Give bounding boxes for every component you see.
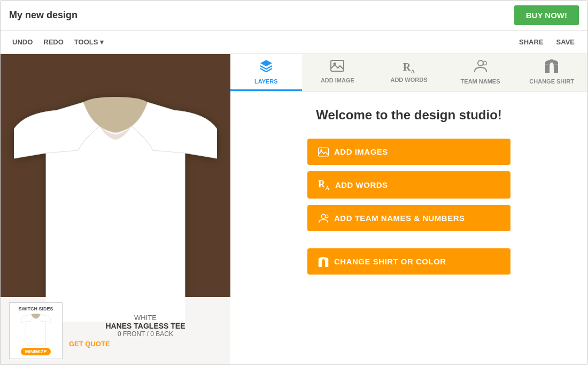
shirt-color: WHITE bbox=[69, 314, 222, 322]
canvas-panel: SWITCH SIDES MINIMIZE WHITE HANES TAGLES… bbox=[1, 54, 230, 364]
svg-point-3 bbox=[478, 60, 483, 66]
add-images-icon bbox=[318, 146, 329, 157]
add-image-icon bbox=[330, 60, 344, 75]
share-button[interactable]: SHARE bbox=[515, 36, 548, 48]
change-shirt-icon bbox=[545, 59, 559, 76]
tshirt-thumbnail bbox=[20, 314, 52, 346]
tab-add-words[interactable]: RA ADD WORDS bbox=[373, 54, 445, 91]
add-team-icon bbox=[318, 212, 329, 224]
switch-sides-box: SWITCH SIDES MINIMIZE bbox=[9, 302, 63, 359]
team-names-icon bbox=[474, 59, 488, 76]
tab-add-words-label: ADD WORDS bbox=[390, 77, 427, 83]
add-words-btn-icon: RA bbox=[318, 179, 330, 191]
tab-team-names-label: TEAM NAMES bbox=[461, 78, 500, 85]
tab-layers-label: LAYERS bbox=[254, 78, 278, 85]
tab-change-shirt-label: CHANGE SHIRT bbox=[529, 78, 574, 85]
add-images-label: ADD IMAGES bbox=[334, 147, 388, 156]
design-title: My new design bbox=[9, 10, 78, 21]
buy-now-button[interactable]: BUY NOW! bbox=[514, 5, 579, 25]
right-panel: LAYERS ADD IMAGE RA ADD WORDS bbox=[230, 54, 587, 364]
tab-content: Welcome to the design studio! ADD IMAGES bbox=[230, 92, 587, 364]
change-shirt-btn-icon bbox=[318, 256, 329, 267]
add-words-label: ADD WORDS bbox=[335, 180, 388, 189]
svg-marker-0 bbox=[260, 60, 272, 66]
action-buttons: ADD IMAGES RA ADD WORDS bbox=[307, 139, 510, 275]
main-content: SWITCH SIDES MINIMIZE WHITE HANES TAGLES… bbox=[1, 54, 587, 364]
tabs-bar: LAYERS ADD IMAGE RA ADD WORDS bbox=[230, 54, 587, 92]
tab-team-names[interactable]: TEAM NAMES bbox=[445, 54, 516, 91]
change-shirt-label: CHANGE SHIRT OR COLOR bbox=[334, 257, 446, 266]
svg-point-7 bbox=[321, 214, 326, 218]
tab-add-image[interactable]: ADD IMAGE bbox=[302, 54, 374, 91]
redo-button[interactable]: REDO bbox=[40, 36, 67, 48]
add-team-button[interactable]: ADD TEAM NAMES & NUMBERS bbox=[307, 205, 510, 231]
welcome-title: Welcome to the design studio! bbox=[316, 108, 502, 123]
shirt-name: HANES TAGLESS TEE bbox=[69, 322, 222, 330]
tab-add-image-label: ADD IMAGE bbox=[321, 77, 354, 83]
tab-change-shirt[interactable]: CHANGE SHIRT bbox=[516, 54, 587, 91]
add-words-button[interactable]: RA ADD WORDS bbox=[307, 171, 510, 199]
switch-sides-label: SWITCH SIDES bbox=[13, 306, 59, 311]
tab-layers[interactable]: LAYERS bbox=[230, 54, 302, 91]
shirt-count: 0 FRONT / 0 BACK bbox=[69, 330, 222, 338]
shirt-info-panel: SWITCH SIDES MINIMIZE WHITE HANES TAGLES… bbox=[1, 297, 230, 364]
layers-icon bbox=[259, 59, 273, 76]
undo-button[interactable]: UNDO bbox=[9, 36, 36, 48]
header: My new design BUY NOW! bbox=[1, 1, 587, 31]
add-team-label: ADD TEAM NAMES & NUMBERS bbox=[334, 214, 465, 223]
add-words-icon: RA bbox=[403, 61, 415, 74]
toolbar: UNDO REDO TOOLS ▾ SHARE SAVE bbox=[1, 31, 587, 54]
add-images-button[interactable]: ADD IMAGES bbox=[307, 139, 510, 165]
app-container: My new design BUY NOW! UNDO REDO TOOLS ▾… bbox=[0, 0, 588, 365]
minimize-button[interactable]: MINIMIZE bbox=[21, 348, 51, 355]
change-shirt-button[interactable]: CHANGE SHIRT OR COLOR bbox=[307, 248, 510, 275]
save-button[interactable]: SAVE bbox=[552, 36, 579, 48]
tools-button[interactable]: TOOLS ▾ bbox=[71, 36, 107, 48]
shirt-details: WHITE HANES TAGLESS TEE 0 FRONT / 0 BACK… bbox=[69, 314, 222, 348]
tshirt-svg bbox=[14, 97, 217, 322]
get-quote-button[interactable]: GET QUOTE bbox=[69, 340, 110, 348]
